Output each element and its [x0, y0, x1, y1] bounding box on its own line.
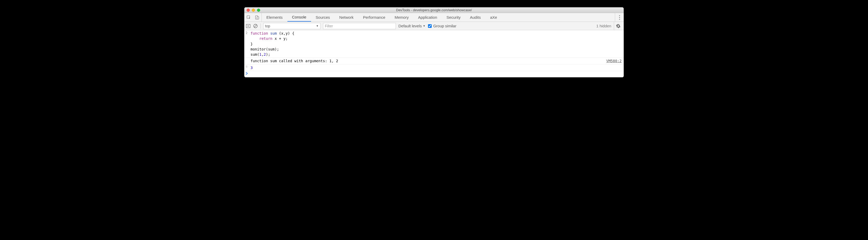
- group-similar-checkbox[interactable]: Group similar: [428, 24, 456, 28]
- tab-sources[interactable]: Sources: [311, 13, 335, 22]
- return-value: 3: [250, 65, 622, 70]
- titlebar: DevTools - developers.google.com/web/sho…: [244, 7, 624, 13]
- settings-gear-icon[interactable]: [614, 22, 622, 30]
- svg-point-11: [247, 66, 248, 67]
- filter-input[interactable]: [323, 23, 396, 29]
- tab-application[interactable]: Application: [413, 13, 442, 22]
- kebab-menu-icon[interactable]: [615, 13, 624, 22]
- prompt-caret-icon: [245, 72, 250, 77]
- prompt-input[interactable]: [250, 72, 622, 77]
- tab-elements[interactable]: Elements: [262, 13, 287, 22]
- group-similar-input[interactable]: [428, 24, 432, 28]
- tab-security[interactable]: Security: [442, 13, 465, 22]
- tab-performance[interactable]: Performance: [359, 13, 390, 22]
- inspect-icon[interactable]: [246, 15, 251, 20]
- devtools-window: DevTools - developers.google.com/web/sho…: [244, 7, 624, 77]
- svg-point-4: [619, 17, 620, 18]
- tab-memory[interactable]: Memory: [390, 13, 413, 22]
- context-value: top: [265, 24, 270, 28]
- hidden-count[interactable]: 1 hidden: [596, 24, 611, 28]
- execution-play-icon[interactable]: [246, 24, 250, 28]
- console-return-row: 3: [244, 64, 624, 71]
- input-marker-icon: [245, 31, 250, 57]
- tab-list: ElementsConsoleSourcesNetworkPerformance…: [262, 13, 502, 22]
- svg-line-8: [254, 25, 257, 27]
- console-input-code: function sum (x,y) { return x + y; } mon…: [250, 31, 622, 57]
- console-input-row: function sum (x,y) { return x + y; } mon…: [244, 30, 624, 58]
- tab-axe[interactable]: aXe: [486, 13, 502, 22]
- console-prompt-row[interactable]: [244, 71, 624, 77]
- separator: [260, 23, 261, 29]
- log-message: function sum called with arguments: 1, 2: [250, 58, 606, 63]
- svg-point-5: [619, 19, 620, 20]
- chevron-down-icon: ▼: [423, 24, 426, 27]
- tab-console[interactable]: Console: [287, 13, 311, 22]
- log-gutter: [245, 58, 250, 63]
- console-body: function sum (x,y) { return x + y; } mon…: [244, 30, 624, 77]
- tab-network[interactable]: Network: [335, 13, 359, 22]
- levels-label: Default levels: [398, 24, 422, 28]
- log-source-link[interactable]: VM580:2: [606, 59, 622, 63]
- clear-console-icon[interactable]: [253, 24, 258, 28]
- svg-point-9: [618, 25, 619, 26]
- svg-point-3: [619, 15, 620, 16]
- return-marker-icon: [245, 65, 250, 70]
- console-log-row: function sum called with arguments: 1, 2…: [244, 58, 624, 64]
- panel-tabs: ElementsConsoleSourcesNetworkPerformance…: [244, 13, 624, 22]
- svg-rect-2: [257, 17, 259, 19]
- context-selector[interactable]: top ▼: [263, 23, 320, 29]
- device-toggle-icon[interactable]: [255, 15, 259, 20]
- tab-audits[interactable]: Audits: [465, 13, 486, 22]
- window-title: DevTools - developers.google.com/web/sho…: [244, 8, 624, 12]
- console-toolbar: top ▼ Default levels ▼ Group similar 1 h…: [244, 22, 624, 30]
- log-levels-selector[interactable]: Default levels ▼: [398, 24, 426, 28]
- chevron-down-icon: ▼: [316, 24, 319, 27]
- group-similar-label: Group similar: [433, 24, 456, 28]
